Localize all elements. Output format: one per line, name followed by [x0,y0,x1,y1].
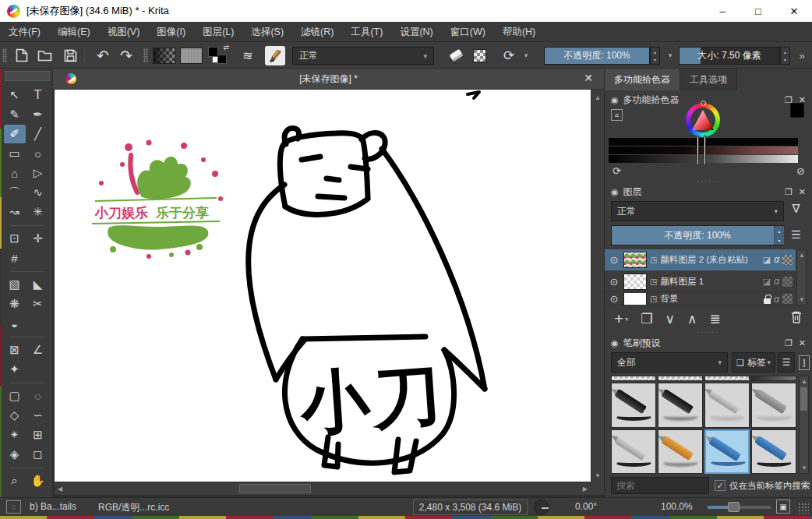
brush-tile-ink-pen[interactable] [611,383,656,428]
scroll-down-icon[interactable]: ▼ [595,472,601,479]
layer-thumbnail[interactable] [623,293,647,305]
layer-filter-icon[interactable]: ∇ [790,203,802,214]
visibility-eye-icon[interactable]: ⊙ [605,254,623,266]
tool-bezier-curve[interactable]: ⌒ [4,183,26,202]
canvas-rotation-dial[interactable] [534,500,549,515]
new-document-button[interactable] [12,47,31,64]
preserve-alpha-button[interactable] [470,47,489,64]
scroll-down-icon[interactable]: ▼ [801,464,807,471]
menu-settings[interactable]: 设置(N) [391,22,441,42]
tool-color-picker[interactable]: ◣ [27,275,49,294]
layer-thumbnail[interactable] [623,252,647,268]
tool-dynamic-brush[interactable]: ↝ [4,203,26,221]
tool-pattern-edit[interactable]: ❋ [4,295,26,313]
tool-move[interactable]: ✛ [27,229,49,248]
resize-grip[interactable] [798,503,809,514]
brush-tile-partial[interactable] [611,376,656,381]
scroll-up-icon[interactable]: ▲ [801,378,807,385]
scrollbar-thumb[interactable] [800,387,807,411]
close-button[interactable]: ✕ [776,0,812,22]
layer-style-icon[interactable]: ◪ [763,255,771,265]
layer-name[interactable]: 背景 [660,293,764,305]
current-color-swatch[interactable] [790,103,804,118]
brush-editor-button[interactable] [265,46,285,65]
opacity-slider[interactable]: 不透明度: 100% [544,47,650,65]
visibility-eye-icon[interactable]: ⊙ [605,293,623,305]
add-layer-button[interactable]: + [614,309,623,328]
tool-bezier-select[interactable]: ◻ [27,445,49,464]
opacity-dropdown-arrow[interactable]: ▾ [664,47,676,64]
brush-tile-partial[interactable] [751,376,796,381]
menu-file[interactable]: 文件(F) [0,22,49,42]
color-selector-settings-button[interactable]: ≡ [611,109,623,121]
tool-polyline[interactable]: ▷ [27,164,49,182]
scroll-down-icon[interactable]: ▼ [799,296,805,303]
tool-transform-select[interactable]: ↖ [4,86,26,104]
brush-tile-paintbrush[interactable] [611,429,656,474]
brush-preset-chooser-button[interactable]: ≋ [238,47,257,64]
save-button[interactable] [61,47,79,64]
zoom-mode-button[interactable]: ▣ [776,500,790,514]
menu-window[interactable]: 窗口(W) [442,22,494,42]
toolbar-grip2[interactable] [143,48,148,62]
delete-layer-button[interactable] [791,311,802,327]
brush-tile-partial[interactable] [658,376,703,381]
duplicate-layer-button[interactable]: ❐ [641,311,652,327]
tool-wand-select[interactable]: ✴ [4,425,26,444]
brush-tile-silver-pen[interactable] [704,383,750,428]
alpha-inherit-icon[interactable] [782,255,793,265]
brush-search-input[interactable] [611,477,709,494]
canvas-vertical-scrollbar[interactable]: ▲ ▼ [591,90,604,484]
current-brush-name[interactable]: b) Ba...tails [30,501,76,512]
layer-name[interactable]: 颜料图层 1 [660,276,762,288]
tool-reference-images[interactable]: ✦ [4,360,26,379]
tool-gradient[interactable]: ▧ [4,275,26,294]
tool-polygon-select[interactable]: ◇ [4,406,26,425]
layer-opacity-slider[interactable]: 不透明度: 100% [611,225,784,245]
pattern-swatch-button[interactable] [180,48,203,64]
add-layer-dropdown[interactable]: ▾ [625,316,628,323]
float-panel-icon[interactable]: ❐ [785,338,793,348]
undo-button[interactable]: ↶ [94,47,112,64]
menu-view[interactable]: 视图(V) [99,22,149,42]
alpha-inherit-icon[interactable] [782,294,793,304]
scroll-up-icon[interactable]: ▲ [799,252,805,259]
tool-rectangle[interactable]: ▭ [4,144,26,163]
blend-mode-combo[interactable]: 正常 ▾ [292,47,434,65]
alpha-inherit-icon[interactable] [782,277,793,287]
size-slider[interactable]: 大小: 7.50 像素 [679,47,780,65]
gradient-swatch-button[interactable] [153,48,175,64]
menu-filter[interactable]: 滤镜(R) [292,22,342,42]
reload-preset-button[interactable]: ⟳ [500,47,518,64]
spin-up-icon[interactable]: ▴ [784,49,786,55]
move-layer-up-button[interactable]: ∧ [687,311,697,327]
visibility-eye-icon[interactable]: ⊙ [605,276,623,288]
hue-marker[interactable] [701,101,706,106]
menu-image[interactable]: 图像(I) [148,22,194,42]
minimize-button[interactable]: – [704,0,740,22]
tool-edit-shapes[interactable]: ✎ [4,105,26,124]
spin-down-icon[interactable]: ▾ [784,57,786,62]
scroll-left-icon[interactable]: ◀ [58,485,62,493]
scroll-right-icon[interactable]: ▶ [583,485,588,493]
fg-bg-color-button[interactable]: ⇄ [208,47,228,65]
brush-tile-marker[interactable] [658,383,703,428]
scroll-up-icon[interactable]: ▲ [595,94,601,101]
tool-rect-select[interactable]: ▢ [4,387,26,405]
menu-select[interactable]: 选择(S) [242,22,292,42]
move-layer-down-button[interactable]: ∨ [665,311,675,327]
close-panel-icon[interactable]: ✕ [799,187,806,197]
layer-blend-mode-combo[interactable]: 正常 ▾ [611,201,784,221]
open-document-button[interactable] [35,47,54,64]
brush-tile-gray-pen[interactable] [751,383,796,428]
tool-assistants[interactable]: ⊠ [4,341,26,359]
brush-grid-scrollbar[interactable]: ▲ ▼ [799,376,809,474]
tool-ellipse-select[interactable]: ◌ [27,387,49,405]
reload-dropdown-arrow[interactable]: ▾ [521,47,531,64]
refresh-colors-icon[interactable]: ⟳ [611,165,623,177]
brush-display-mode-button[interactable]: ┇ [799,355,810,370]
tool-smart-patch[interactable]: ✂ [27,295,49,313]
menu-layer[interactable]: 图层(L) [194,22,242,42]
swap-colors-icon[interactable]: ⇄ [223,44,229,51]
brush-filter-combo[interactable]: 全部 ▾ [611,352,728,372]
